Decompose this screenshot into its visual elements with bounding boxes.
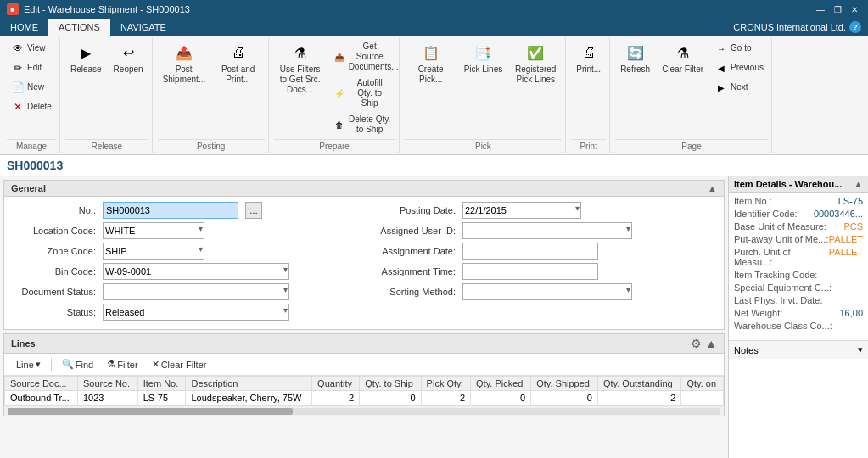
zone-code-select-wrapper: SHIP	[103, 243, 204, 260]
print-button[interactable]: 🖨 Print...	[571, 39, 606, 78]
new-button[interactable]: 📄 New	[7, 78, 56, 97]
cell-qty-outstanding: 2	[597, 391, 680, 405]
next-button[interactable]: ▶ Next	[710, 78, 768, 97]
ribbon-top: HOME ACTIONS NAVIGATE CRONUS Internation…	[0, 19, 868, 36]
status-select[interactable]: Released	[103, 304, 289, 321]
autofill-icon: ⚡	[333, 87, 346, 100]
pick-lines-button[interactable]: 📑 Pick Lines	[459, 39, 508, 78]
delete-qty-button[interactable]: 🗑 Delete Qty. to Ship	[328, 112, 395, 137]
col-item-no: Item No.	[137, 377, 186, 391]
horizontal-scrollbar[interactable]	[4, 405, 724, 416]
detail-warehouse-class: Warehouse Class Co...:	[734, 321, 863, 331]
reopen-button[interactable]: ↩ Reopen	[109, 39, 148, 78]
zone-code-select[interactable]: SHIP	[103, 243, 204, 260]
refresh-icon: 🔄	[625, 42, 646, 63]
cell-item-no: LS-75	[137, 391, 186, 405]
refresh-button[interactable]: 🔄 Refresh	[615, 39, 655, 78]
assignment-time-row: Assignment Time:	[371, 263, 717, 280]
filter-icon: ⚗	[290, 42, 311, 63]
cell-source-doc: Outbound Tr...	[5, 391, 78, 405]
use-filters-button[interactable]: ⚗ Use Filters to Get Src. Docs...	[274, 39, 327, 98]
close-button[interactable]: ✕	[848, 3, 861, 15]
line-label: Line	[16, 360, 34, 370]
tab-actions[interactable]: ACTIONS	[48, 19, 110, 36]
maximize-button[interactable]: ❐	[831, 3, 844, 15]
no-lookup-button[interactable]: …	[245, 202, 262, 219]
notes-header[interactable]: Notes ▾	[729, 341, 868, 359]
go-to-icon: →	[714, 42, 728, 55]
sorting-method-label: Sorting Method:	[371, 287, 456, 297]
general-collapse-icon[interactable]: ▲	[708, 183, 717, 193]
col-quantity: Quantity	[312, 377, 360, 391]
get-source-button[interactable]: 📥 Get Source Documents...	[328, 39, 395, 75]
detail-putaway-uom: Put-away Unit of Me...: PALLET	[734, 234, 863, 244]
table-row[interactable]: Outbound Tr... 1023 LS-75 Loudspeaker, C…	[5, 391, 724, 405]
doc-status-label: Document Status:	[11, 287, 96, 297]
bin-code-select[interactable]: W-09-0001	[103, 263, 289, 280]
right-panel: Item Details - Warehou... ▲ Item No.: LS…	[728, 176, 868, 458]
right-panel-title: Item Details - Warehou...	[734, 179, 842, 189]
help-icon[interactable]: ?	[849, 21, 861, 33]
filter-button[interactable]: ⚗ Filter	[102, 357, 143, 371]
location-code-row: Location Code: WHITE	[11, 222, 357, 239]
general-section-body: No.: … Location Code: WHITE	[4, 197, 724, 329]
right-panel-header[interactable]: Item Details - Warehou... ▲	[729, 176, 868, 193]
release-button[interactable]: ▶ Release	[65, 39, 107, 78]
detail-tracking-label: Item Tracking Code:	[734, 270, 817, 280]
right-panel-body: Item No.: LS-75 Identifier Code: 0000344…	[729, 193, 868, 337]
no-input[interactable]	[103, 202, 238, 219]
tab-home[interactable]: HOME	[0, 19, 48, 36]
post-shipment-button[interactable]: 📤 Post Shipment...	[158, 39, 210, 88]
lines-section-header[interactable]: Lines ⚙ ▲	[4, 334, 724, 354]
create-pick-button[interactable]: 📋 Create Pick...	[405, 39, 457, 88]
bin-code-select-wrapper: W-09-0001	[103, 263, 289, 280]
posting-date-label: Posting Date:	[371, 205, 456, 215]
view-button[interactable]: 👁 View	[7, 39, 56, 58]
detail-base-uom-value: PCS	[843, 221, 863, 232]
right-panel-collapse-icon[interactable]: ▲	[854, 179, 863, 189]
company-name: CRONUS International Ltd.	[733, 22, 846, 32]
autofill-button[interactable]: ⚡ Autofill Qty. to Ship	[328, 75, 395, 111]
h-scroll-thumb[interactable]	[8, 408, 293, 415]
manage-group: 👁 View ✏ Edit 📄 New ✕ Delete	[3, 37, 60, 153]
post-and-print-icon: 🖨	[228, 42, 249, 63]
manage-buttons: 👁 View ✏ Edit 📄 New ✕ Delete	[7, 39, 56, 137]
assignment-date-input[interactable]	[462, 243, 598, 260]
line-dropdown-button[interactable]: Line ▾	[11, 357, 46, 371]
delete-button[interactable]: ✕ Delete	[7, 98, 56, 116]
registered-pick-button[interactable]: ✅ Registered Pick Lines	[509, 39, 562, 88]
find-label: Find	[76, 360, 93, 370]
clear-filter-button[interactable]: ⚗ Clear Filter	[657, 39, 708, 78]
detail-putaway-uom-value: PALLET	[829, 234, 863, 244]
detail-identifier-label: Identifier Code:	[734, 209, 798, 219]
lines-settings-icon[interactable]: ⚙ ▲	[691, 337, 717, 350]
lines-header-row: Source Doc... Source No. Item No. Descri…	[5, 377, 724, 391]
zone-code-label: Zone Code:	[11, 246, 96, 256]
tab-navigate[interactable]: NAVIGATE	[110, 19, 176, 36]
col-source-no: Source No.	[77, 377, 137, 391]
assignment-time-input[interactable]	[462, 263, 598, 280]
cell-source-no: 1023	[77, 391, 137, 405]
status-select-wrapper: Released	[103, 304, 289, 321]
minimize-button[interactable]: —	[814, 3, 827, 15]
doc-status-select[interactable]	[103, 283, 289, 300]
general-section-header[interactable]: General ▲	[4, 181, 724, 197]
find-button[interactable]: 🔍 Find	[57, 357, 98, 371]
assigned-user-select[interactable]	[462, 222, 632, 239]
previous-button[interactable]: ◀ Previous	[710, 59, 768, 77]
cell-qty-picked: 0	[471, 391, 531, 405]
go-to-button[interactable]: → Go to	[710, 39, 768, 58]
clear-filter-lines-button[interactable]: ✕ Clear Filter	[147, 357, 212, 371]
clear-filter-lines-label: Clear Filter	[161, 360, 207, 370]
posting-date-select[interactable]: 22/1/2015	[462, 202, 581, 219]
sorting-method-select[interactable]	[462, 283, 632, 300]
edit-button[interactable]: ✏ Edit	[7, 59, 56, 77]
col-qty-outstanding: Qty. Outstanding	[597, 377, 680, 391]
lines-table-scroll[interactable]: Source Doc... Source No. Item No. Descri…	[4, 376, 724, 405]
col-qty-shipped: Qty. Shipped	[531, 377, 598, 391]
no-label: No.:	[11, 205, 96, 215]
post-and-print-button[interactable]: 🖨 Post and Print...	[212, 39, 265, 88]
location-code-select[interactable]: WHITE	[103, 222, 204, 239]
release-label: Release	[65, 139, 148, 151]
filter-icon: ⚗	[107, 359, 115, 370]
